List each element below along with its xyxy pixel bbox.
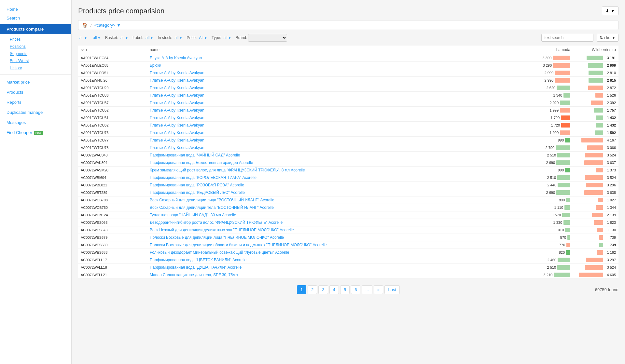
name-cell[interactable]: Платье A-A by Ksenia Avakyan	[147, 144, 527, 152]
lamoda-price-bar	[566, 198, 570, 202]
sidebar-section-products[interactable]: Products	[0, 87, 71, 97]
name-cell[interactable]: Платье A-A by Ksenia Avakyan	[147, 69, 527, 77]
name-cell[interactable]: Платье A-A by Ksenia Avakyan	[147, 92, 527, 99]
page-btn-3[interactable]: 3	[318, 285, 328, 294]
sku-cell: AC007LWES683	[78, 249, 147, 256]
name-cell[interactable]: Платье A-A by Ksenia Avakyan	[147, 129, 527, 137]
name-cell[interactable]: Полоски Восковые для депиляции области б…	[147, 241, 527, 249]
name-cell[interactable]: Воск Нежный для депиляции деликатных зон…	[147, 226, 527, 234]
name-cell[interactable]: Парфюмированная вода "РОЗОВАЯ РОЗА" Acor…	[147, 182, 527, 189]
sidebar-sub-best-worst[interactable]: Best/Worst	[0, 57, 71, 64]
sidebar-link-search[interactable]: Search	[0, 14, 71, 22]
page-title: Products price comparision	[78, 7, 164, 15]
wb-price-cell: 1 130	[573, 226, 618, 234]
name-cell[interactable]: Парфюмированная вода "ДУША ПАЧУЛИ" Acore…	[147, 264, 527, 271]
filter-all-1[interactable]: all	[78, 35, 88, 41]
table-row: AA001EWTCU61Платье A-A by Ksenia Avakyan…	[78, 114, 618, 122]
wb-price-bar	[597, 228, 603, 232]
products-table: sku name Lamoda Wildberries.ru AA001EWLE…	[78, 46, 618, 279]
table-row: AA001EWLEO85Брюки3 2902 909	[78, 62, 618, 69]
name-cell[interactable]: Платье A-A by Ksenia Avakyan	[147, 84, 527, 92]
home-icon: 🏠	[82, 22, 88, 28]
wb-price-cell: 1 823	[573, 219, 618, 226]
name-cell[interactable]: Блуза A-A by Ksenia Avakyan	[147, 54, 527, 62]
name-cell[interactable]: Парфюмированная вода "КОРОЛЕВСКАЯ ТИАРА"…	[147, 174, 527, 182]
page-btn-...[interactable]: ...	[362, 285, 372, 294]
label-label: Label:	[132, 35, 143, 40]
instock-filter: In stock: all	[158, 35, 183, 41]
wb-price-cell: 2 810	[573, 69, 618, 77]
name-cell[interactable]: Крем замедляющий рост волос, для лица "Ф…	[147, 167, 527, 174]
export-button[interactable]: ⬇ ▼	[602, 7, 618, 15]
name-cell[interactable]: Полоски Восковые для депиляции лица "ПЧЕ…	[147, 234, 527, 241]
wb-price-cell: 2 872	[573, 84, 618, 92]
sku-cell: AA001EWTCU62	[78, 122, 147, 129]
name-cell[interactable]: Платье A-A by Ksenia Avakyan	[147, 122, 527, 129]
page-btn-5[interactable]: 5	[340, 285, 350, 294]
lamoda-price-cell: 2 020	[527, 99, 573, 107]
wb-price-value: 1 823	[604, 221, 616, 224]
table-row: AA001EWTCU77Платье A-A by Ksenia Avakyan…	[78, 137, 618, 144]
sku-cell: AA001EWTCU77	[78, 137, 147, 144]
table-row: AA001EWTCU62Платье A-A by Ksenia Avakyan…	[78, 122, 618, 129]
sidebar-section-messages[interactable]: Messages	[0, 117, 71, 128]
lamoda-price-bar	[561, 115, 570, 120]
name-cell[interactable]: Воск Сахарный для депиляции тела "ВОСТОЧ…	[147, 204, 527, 211]
name-cell[interactable]: Воск Сахарный для депиляции лица "ВОСТОЧ…	[147, 196, 527, 204]
name-cell[interactable]: Платье A-A by Ksenia Avakyan	[147, 137, 527, 144]
name-cell[interactable]: Парфюмированная вода "ЧАЙНЫЙ САД" Acorel…	[147, 152, 527, 159]
price-value-btn[interactable]: All	[198, 35, 208, 41]
wb-price-cell: 4 167	[573, 137, 618, 144]
export-icon: ⬇	[605, 8, 609, 13]
sidebar-sub-prices[interactable]: Prices	[0, 36, 71, 43]
lamoda-price-value: 2 510	[545, 265, 556, 269]
sort-button[interactable]: ⇅ sku ▼	[597, 34, 618, 42]
name-cell[interactable]: Платье A-A by Ksenia Avakyan	[147, 107, 527, 114]
page-btn-»[interactable]: »	[374, 285, 383, 294]
wb-price-value: 2 872	[604, 86, 616, 90]
page-btn-4[interactable]: 4	[329, 285, 339, 294]
label-value-btn[interactable]: all	[144, 35, 154, 41]
name-cell[interactable]: Парфюмированная вода "КЕДРОВЫЙ ЛЕС" Acor…	[147, 189, 527, 196]
name-cell[interactable]: Дезодорант-ингибитор роста волос "ФРАНЦУ…	[147, 219, 527, 226]
page-btn-1[interactable]: 1	[297, 285, 306, 294]
page-btn-6[interactable]: 6	[351, 285, 360, 294]
wb-price-cell: 3 066	[573, 144, 618, 152]
sidebar-section-find-cheaper[interactable]: Find Cheapernew	[0, 128, 71, 138]
type-value-btn[interactable]: all	[222, 35, 232, 41]
sidebar-section-market-price[interactable]: Market price	[0, 77, 71, 87]
brand-select[interactable]	[248, 34, 287, 42]
name-cell[interactable]: Туалетная вода "ЧАЙНЫЙ САД", 30 мл Acore…	[147, 211, 527, 219]
sku-cell: AA001EWTCU61	[78, 114, 147, 122]
wb-price-value: 739	[604, 236, 616, 239]
name-cell[interactable]: Брюки	[147, 62, 527, 69]
wb-price-cell: 3 637	[573, 159, 618, 167]
name-cell[interactable]: Платье A-A by Ksenia Avakyan	[147, 114, 527, 122]
sidebar-sub-segments[interactable]: Segments	[0, 50, 71, 57]
breadcrumb-category[interactable]: <category> ▼	[94, 23, 121, 28]
lamoda-price-cell: 2 440	[527, 182, 573, 189]
text-search-input[interactable]	[541, 34, 593, 42]
wb-price-bar	[589, 71, 603, 75]
page-btn-2[interactable]: 2	[308, 285, 317, 294]
sidebar-sub-history[interactable]: History	[0, 64, 71, 72]
sidebar-section-duplicates-manage[interactable]: Duplicates manage	[0, 107, 71, 117]
name-cell[interactable]: Парфюмированная вода "ЦВЕТОК ВАНИЛИ" Aco…	[147, 256, 527, 264]
wb-price-value: 2 815	[604, 78, 616, 82]
label-filter: Label: all	[132, 35, 154, 41]
wb-price-value: 3 297	[604, 258, 616, 262]
name-cell[interactable]: Роликовый дезодорант Минеральный освежаю…	[147, 249, 527, 256]
name-cell[interactable]: Масло Солнцезащитное для тела, SPF 30, 7…	[147, 271, 527, 279]
sidebar-section-reports[interactable]: Reports	[0, 97, 71, 107]
filter-all-2[interactable]: all	[91, 35, 102, 41]
sidebar-link-home[interactable]: Home	[0, 5, 71, 14]
name-cell[interactable]: Платье A-A by Ksenia Avakyan	[147, 77, 527, 84]
sidebar-active-section[interactable]: Products compare	[0, 24, 71, 34]
type-label: Type:	[212, 35, 221, 40]
sidebar-sub-positions[interactable]: Positions	[0, 43, 71, 50]
basket-value-btn[interactable]: all	[119, 35, 129, 41]
instock-value-btn[interactable]: all	[173, 35, 183, 41]
name-cell[interactable]: Платье A-A by Ksenia Avakyan	[147, 99, 527, 107]
name-cell[interactable]: Парфюмированная вода Божественная орхиде…	[147, 159, 527, 167]
page-btn-Last[interactable]: Last	[384, 285, 400, 294]
